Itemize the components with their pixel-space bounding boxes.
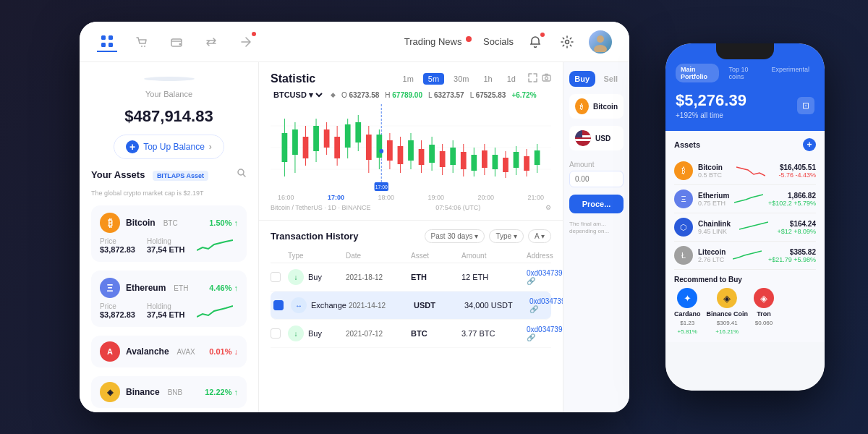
phone-asset-link[interactable]: ⬡ Chainlink 9.45 LINK $164.24 +$12 +8.09…: [674, 213, 816, 242]
phone-expand-icon[interactable]: ⊡: [797, 97, 814, 114]
recommend-title: Recommend to Buy: [674, 276, 816, 284]
time-30m[interactable]: 30m: [448, 73, 474, 85]
chart-footer: Bitcoin / TetherUS · 1D · BINANCE 07:54:…: [271, 201, 551, 214]
svg-point-5: [144, 46, 145, 47]
pair-select[interactable]: BTCUSD ▾: [271, 90, 325, 100]
svg-rect-24: [303, 137, 309, 158]
tablet-body: Your Balance $487,914.83 + Top Up Balanc…: [80, 62, 629, 412]
svg-rect-44: [387, 140, 393, 161]
bnb-rec-change: +16.21%: [715, 328, 739, 335]
phone-link-chart: [739, 221, 768, 234]
phone-asset-eth[interactable]: Ξ Etherium 0.75 ETH 1,866.82 +$102.2 +5.…: [674, 185, 816, 213]
chart-camera-icon[interactable]: [542, 72, 551, 85]
tx-address-3[interactable]: 0xd034739c2...ae80 🔗: [527, 326, 563, 341]
chart-change: +6.72%: [511, 91, 536, 99]
buy-tab[interactable]: Buy: [569, 71, 595, 87]
phone-asset-ltc[interactable]: Ł Litecoin 2.76 LTC $385.82 +$21.79 +5.9…: [674, 242, 816, 270]
user-avatar-nav[interactable]: [589, 30, 612, 54]
tx-address-2[interactable]: 0xd034739c2...ae80 🔗: [529, 297, 563, 313]
amount-input[interactable]: [569, 171, 624, 187]
candlestick-chart: 17:00: [271, 104, 551, 191]
phone: Main Portfolio Top 10 coins Experimental…: [665, 43, 825, 391]
svg-rect-50: [419, 149, 425, 165]
svg-rect-76: [575, 130, 582, 137]
close-val: L 67525.83: [470, 91, 506, 99]
bnb-name: Binance: [126, 387, 160, 397]
chart-settings-icon[interactable]: ⚙: [545, 204, 551, 211]
phone-screen: Main Portfolio Top 10 coins Experimental…: [665, 43, 825, 391]
final-text: The final am... depending on...: [569, 221, 624, 236]
tx-header: Transaction History Past 30 days ▾ Type …: [271, 229, 551, 243]
phone-balance: $5,276.39: [676, 91, 746, 110]
time-1m[interactable]: 1m: [398, 73, 419, 85]
recommend-tron[interactable]: ◈ Tron $0.060: [754, 288, 774, 335]
svg-point-10: [594, 45, 607, 52]
trading-news-link[interactable]: Trading News: [404, 36, 472, 47]
tx-address-1[interactable]: 0xd034739c2...ae80 🔗: [527, 269, 563, 285]
high-val: H 67789.00: [385, 91, 422, 99]
tx-checkbox-1[interactable]: [271, 272, 281, 282]
tx-checkbox-2[interactable]: [273, 300, 284, 310]
socials-link[interactable]: Socials: [483, 36, 514, 47]
sell-tab[interactable]: Sell: [598, 71, 624, 87]
phone-tab-top10[interactable]: Top 10 coins: [723, 64, 762, 82]
settings-icon[interactable]: [557, 32, 577, 52]
type-filter[interactable]: Type ▾: [489, 229, 524, 243]
chart-expand-icon[interactable]: [528, 72, 537, 85]
time-1h[interactable]: 1h: [479, 73, 498, 85]
btc-icon: ₿: [100, 213, 120, 233]
balance-amount: $487,914.83: [124, 107, 213, 126]
tx-row-2: ↔ Exchange 2021-14-12 USDT 34,000 USDT 0…: [271, 292, 551, 320]
topup-button[interactable]: + Top Up Balance ›: [114, 135, 224, 159]
phone-link-change: +$12 +8.09%: [777, 228, 816, 235]
phone-tab-main[interactable]: Main Portfolio: [676, 64, 719, 82]
proceed-button[interactable]: Proce...: [569, 195, 624, 213]
chart-subtitle: BTCUSD ▾ ◆ O 63273.58 H 67789.00 L 63273…: [271, 90, 551, 100]
tx-checkbox-3[interactable]: [271, 328, 281, 339]
nav-icon-dashboard[interactable]: [97, 32, 117, 52]
type-chevron-icon: ▾: [514, 232, 517, 240]
low-val: L 63273.57: [428, 91, 464, 99]
recommend-bnb[interactable]: ◈ Binance Coin $309.41 +16.21%: [707, 288, 749, 335]
phone-ltc-price: $385.82: [768, 248, 816, 256]
time-5m[interactable]: 5m: [423, 73, 444, 85]
svg-rect-75: [575, 139, 591, 141]
bitcoin-option[interactable]: ₿ Bitcoin: [569, 94, 624, 119]
svg-rect-46: [398, 146, 404, 164]
tx-date-2: 2021-14-12: [349, 302, 414, 310]
usd-option[interactable]: USD: [569, 126, 624, 150]
market-cap-text: The global crypto market cap is $2.19T: [91, 190, 247, 197]
svg-rect-20: [282, 133, 288, 162]
recommend-cardano[interactable]: ✦ Cardano $1.23 +5.81%: [674, 288, 701, 335]
scene: Trading News Socials: [0, 0, 868, 434]
binance-card[interactable]: ◈ Binance BNB 12.22% ↑: [91, 376, 247, 408]
avax-symbol: AVAX: [177, 348, 195, 356]
period-filter[interactable]: Past 30 days ▾: [425, 229, 485, 243]
svg-text:17:00: 17:00: [375, 184, 388, 190]
add-asset-button[interactable]: +: [803, 138, 816, 151]
notification-icon[interactable]: [525, 32, 545, 52]
nav-icon-cart[interactable]: [132, 32, 152, 52]
svg-rect-58: [461, 152, 467, 169]
more-filter[interactable]: A ▾: [528, 229, 551, 243]
usd-flag-icon: [575, 130, 591, 146]
avalanche-card[interactable]: A Avalanche AVAX 0.01% ↓: [91, 336, 247, 367]
ethereum-card[interactable]: Ξ Ethereum ETH 4.46% ↑ Price $3,872.83: [91, 271, 247, 327]
nav-icon-wallet[interactable]: [166, 32, 187, 52]
recommend-row: ✦ Cardano $1.23 +5.81% ◈ Binance Coin $3…: [674, 288, 816, 335]
phone-asset-btc[interactable]: ₿ Bitcoin 0.5 BTC $16,405.51 -5.76 -4.43…: [674, 157, 816, 185]
svg-point-9: [597, 35, 604, 43]
assets-search-icon[interactable]: [237, 168, 247, 181]
nav-icon-transfer[interactable]: [201, 32, 221, 52]
svg-rect-14: [542, 75, 550, 81]
svg-rect-70: [524, 156, 529, 171]
phone-tab-experimental[interactable]: Experimental: [766, 64, 814, 82]
time-1d[interactable]: 1d: [502, 73, 521, 85]
btc-price-label: Price: [100, 237, 135, 245]
bitcoin-card[interactable]: ₿ Bitcoin BTC 1.50% ↑ Price $3,872.83: [91, 205, 247, 262]
nav-icon-exchange[interactable]: [236, 32, 256, 52]
svg-rect-72: [535, 150, 540, 165]
cardano-change: +5.81%: [678, 328, 697, 335]
nav-icons-right: Trading News Socials: [404, 30, 612, 54]
phone-link-price: $164.24: [777, 220, 816, 228]
